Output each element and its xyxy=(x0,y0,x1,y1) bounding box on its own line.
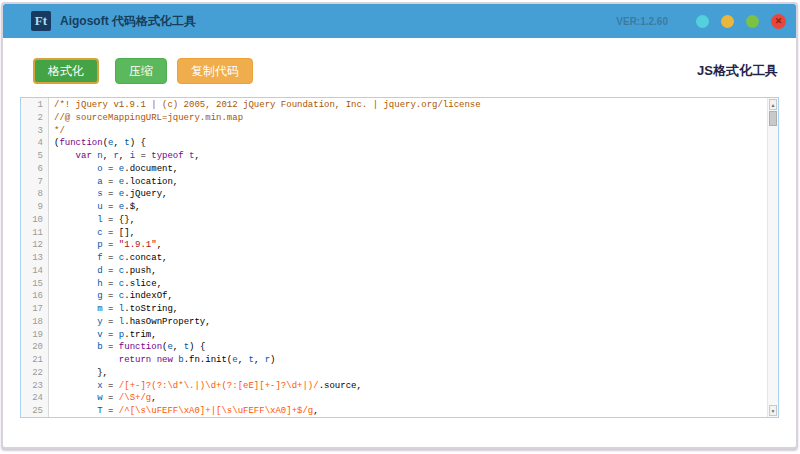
line-numbers: 1234567891011121314151617181920212223242… xyxy=(21,98,49,417)
code-line: h = c.slice, xyxy=(54,279,764,292)
code-line: g = c.indexOf, xyxy=(54,291,764,304)
mode-title: JS格式化工具 xyxy=(697,62,778,80)
line-number: 4 xyxy=(21,138,48,151)
code-line: /*! jQuery v1.9.1 | (c) 2005, 2012 jQuer… xyxy=(54,100,764,113)
code-line: m = l.toString, xyxy=(54,304,764,317)
code-line: }, xyxy=(54,368,764,381)
code-line: c = [], xyxy=(54,228,764,241)
toolbar: 格式化 压缩 复制代码 JS格式化工具 xyxy=(3,38,796,84)
line-number: 3 xyxy=(21,126,48,139)
code-line: w = /\S+/g, xyxy=(54,393,764,406)
close-icon[interactable]: ✕ xyxy=(771,14,786,29)
line-number: 13 xyxy=(21,253,48,266)
code-line: v = p.trim, xyxy=(54,330,764,343)
header-dot xyxy=(696,15,709,28)
line-number: 22 xyxy=(21,368,48,381)
line-number: 7 xyxy=(21,177,48,190)
code-line: a = e.location, xyxy=(54,177,764,190)
code-line: return new b.fn.init(e, t, r) xyxy=(54,355,764,368)
line-number: 6 xyxy=(21,164,48,177)
code-line: x = /[+-]?(?:\d*\.|)\d+(?:[eE][+-]?\d+|)… xyxy=(54,381,764,394)
code-line: var n, r, i = typeof t, xyxy=(54,151,764,164)
line-number: 16 xyxy=(21,291,48,304)
code-line: u = e.$, xyxy=(54,202,764,215)
code-line: y = l.hasOwnProperty, xyxy=(54,317,764,330)
code-line: s = e.jQuery, xyxy=(54,189,764,202)
line-number: 25 xyxy=(21,406,48,418)
line-number: 12 xyxy=(21,240,48,253)
header-dot xyxy=(721,15,734,28)
line-number: 18 xyxy=(21,317,48,330)
format-button[interactable]: 格式化 xyxy=(33,58,99,84)
scrollbar-thumb[interactable] xyxy=(769,111,777,126)
line-number: 21 xyxy=(21,355,48,368)
app-logo-icon: Ft xyxy=(31,11,51,31)
app-title: Aigosoft 代码格式化工具 xyxy=(60,13,196,30)
code-editor[interactable]: 1234567891011121314151617181920212223242… xyxy=(20,97,779,418)
code-line: l = {}, xyxy=(54,215,764,228)
title-bar: Ft Aigosoft 代码格式化工具 VER:1.2.60 ✕ xyxy=(3,4,796,38)
vertical-scrollbar[interactable]: ▲ ▼ xyxy=(767,98,778,417)
code-line: //@ sourceMappingURL=jquery.min.map xyxy=(54,113,764,126)
line-number: 23 xyxy=(21,381,48,394)
code-line: (function(e, t) { xyxy=(54,138,764,151)
code-lines[interactable]: /*! jQuery v1.9.1 | (c) 2005, 2012 jQuer… xyxy=(49,98,778,417)
line-number: 8 xyxy=(21,189,48,202)
app-window: Ft Aigosoft 代码格式化工具 VER:1.2.60 ✕ 格式化 压缩 … xyxy=(1,2,798,449)
line-number: 15 xyxy=(21,279,48,292)
compress-button[interactable]: 压缩 xyxy=(115,58,167,84)
scroll-up-icon[interactable]: ▲ xyxy=(769,99,777,110)
copy-code-button[interactable]: 复制代码 xyxy=(177,58,253,84)
scroll-down-icon[interactable]: ▼ xyxy=(769,405,777,416)
line-number: 20 xyxy=(21,342,48,355)
code-line: o = e.document, xyxy=(54,164,764,177)
header-dot xyxy=(746,15,759,28)
line-number: 19 xyxy=(21,330,48,343)
code-line: T = /^[\s\uFEFF\xA0]+|[\s\uFEFF\xA0]+$/g… xyxy=(54,406,764,417)
line-number: 9 xyxy=(21,202,48,215)
code-line: f = c.concat, xyxy=(54,253,764,266)
code-line: */ xyxy=(54,126,764,139)
code-line: b = function(e, t) { xyxy=(54,342,764,355)
line-number: 11 xyxy=(21,228,48,241)
line-number: 10 xyxy=(21,215,48,228)
version-label: VER:1.2.60 xyxy=(616,16,668,27)
code-line: d = c.push, xyxy=(54,266,764,279)
line-number: 5 xyxy=(21,151,48,164)
line-number: 14 xyxy=(21,266,48,279)
line-number: 1 xyxy=(21,100,48,113)
line-number: 17 xyxy=(21,304,48,317)
line-number: 2 xyxy=(21,113,48,126)
code-line: p = "1.9.1", xyxy=(54,240,764,253)
line-number: 24 xyxy=(21,393,48,406)
